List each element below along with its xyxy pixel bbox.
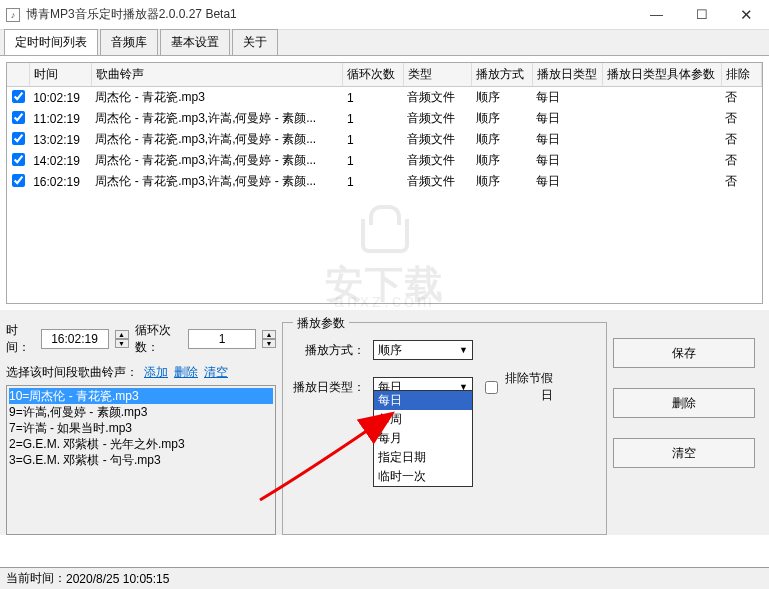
cell-exclude: 否 <box>721 150 761 171</box>
schedule-table[interactable]: 时间 歌曲铃声 循环次数 类型 播放方式 播放日类型 播放日类型具体参数 排除 … <box>7 63 762 192</box>
cell-daytype: 每日 <box>532 171 602 192</box>
list-item[interactable]: 9=许嵩,何曼婷 - 素颜.mp3 <box>9 404 273 420</box>
status-time: 2020/8/25 10:05:15 <box>66 572 169 586</box>
cell-time: 16:02:19 <box>29 171 91 192</box>
loop-label: 循环次数： <box>135 322 183 356</box>
row-check[interactable] <box>12 111 25 124</box>
table-pane: 时间 歌曲铃声 循环次数 类型 播放方式 播放日类型 播放日类型具体参数 排除 … <box>6 62 763 304</box>
cell-playmode: 顺序 <box>472 87 532 109</box>
cell-exclude: 否 <box>721 87 761 109</box>
row-check[interactable] <box>12 174 25 187</box>
add-song-link[interactable]: 添加 <box>144 364 168 381</box>
cell-exclude: 否 <box>721 171 761 192</box>
params-group-title: 播放参数 <box>293 315 349 332</box>
time-spinner[interactable]: ▲▼ <box>115 330 129 348</box>
cell-dayparam <box>603 87 722 109</box>
remove-song-link[interactable]: 删除 <box>174 364 198 381</box>
cell-time: 14:02:19 <box>29 150 91 171</box>
cell-exclude: 否 <box>721 108 761 129</box>
cell-dayparam <box>603 150 722 171</box>
th-playmode[interactable]: 播放方式 <box>472 63 532 87</box>
maximize-button[interactable]: ☐ <box>679 1 724 29</box>
clear-button[interactable]: 清空 <box>613 438 755 468</box>
play-params-group: 播放参数 播放方式： 顺序 ▼ 播放日类型： 每日 ▼ 排除节假日 每日每周每月… <box>282 322 607 535</box>
cell-playmode: 顺序 <box>472 129 532 150</box>
playmode-combo[interactable]: 顺序 ▼ <box>373 340 473 360</box>
dropdown-option[interactable]: 临时一次 <box>374 467 472 486</box>
daytype-dropdown[interactable]: 每日每周每月指定日期临时一次 <box>373 390 473 487</box>
table-row[interactable]: 13:02:19 周杰伦 - 青花瓷.mp3,许嵩,何曼婷 - 素颜... 1 … <box>7 129 762 150</box>
list-item[interactable]: 7=许嵩 - 如果当时.mp3 <box>9 420 273 436</box>
tabs-row: 定时时间列表 音频库 基本设置 关于 <box>0 30 769 56</box>
song-list[interactable]: 10=周杰伦 - 青花瓷.mp39=许嵩,何曼婷 - 素颜.mp37=许嵩 - … <box>6 385 276 535</box>
cell-dayparam <box>603 108 722 129</box>
cell-type: 音频文件 <box>403 171 471 192</box>
th-daytype[interactable]: 播放日类型 <box>532 63 602 87</box>
cell-playmode: 顺序 <box>472 108 532 129</box>
list-item[interactable]: 2=G.E.M. 邓紫棋 - 光年之外.mp3 <box>9 436 273 452</box>
cell-loop: 1 <box>343 129 403 150</box>
list-item[interactable]: 10=周杰伦 - 青花瓷.mp3 <box>9 388 273 404</box>
dropdown-option[interactable]: 指定日期 <box>374 448 472 467</box>
cell-loop: 1 <box>343 87 403 109</box>
loop-input[interactable] <box>188 329 256 349</box>
cell-songs: 周杰伦 - 青花瓷.mp3 <box>91 87 343 109</box>
titlebar: ♪ 博青MP3音乐定时播放器2.0.0.27 Beta1 — ☐ ✕ <box>0 0 769 30</box>
cell-songs: 周杰伦 - 青花瓷.mp3,许嵩,何曼婷 - 素颜... <box>91 129 343 150</box>
loop-spinner[interactable]: ▲▼ <box>262 330 276 348</box>
clear-song-link[interactable]: 清空 <box>204 364 228 381</box>
cell-time: 10:02:19 <box>29 87 91 109</box>
time-label: 时间： <box>6 322 35 356</box>
cell-time: 13:02:19 <box>29 129 91 150</box>
exclude-holiday-checkbox[interactable]: 排除节假日 <box>481 370 553 404</box>
tab-audiolib[interactable]: 音频库 <box>100 29 158 55</box>
table-row[interactable]: 10:02:19 周杰伦 - 青花瓷.mp3 1 音频文件 顺序 每日 否 <box>7 87 762 109</box>
app-icon: ♪ <box>6 8 20 22</box>
th-check[interactable] <box>7 63 29 87</box>
cell-loop: 1 <box>343 171 403 192</box>
list-item[interactable]: 3=G.E.M. 邓紫棋 - 句号.mp3 <box>9 452 273 468</box>
song-select-label: 选择该时间段歌曲铃声： <box>6 364 138 381</box>
th-time[interactable]: 时间 <box>29 63 91 87</box>
close-button[interactable]: ✕ <box>724 1 769 29</box>
minimize-button[interactable]: — <box>634 1 679 29</box>
cell-time: 11:02:19 <box>29 108 91 129</box>
row-check[interactable] <box>12 132 25 145</box>
dropdown-option[interactable]: 每周 <box>374 410 472 429</box>
table-row[interactable]: 11:02:19 周杰伦 - 青花瓷.mp3,许嵩,何曼婷 - 素颜... 1 … <box>7 108 762 129</box>
cell-dayparam <box>603 171 722 192</box>
statusbar: 当前时间： 2020/8/25 10:05:15 <box>0 567 769 589</box>
delete-button[interactable]: 删除 <box>613 388 755 418</box>
cell-type: 音频文件 <box>403 129 471 150</box>
cell-exclude: 否 <box>721 129 761 150</box>
th-type[interactable]: 类型 <box>403 63 471 87</box>
time-input[interactable] <box>41 329 109 349</box>
table-row[interactable]: 14:02:19 周杰伦 - 青花瓷.mp3,许嵩,何曼婷 - 素颜... 1 … <box>7 150 762 171</box>
window-title: 博青MP3音乐定时播放器2.0.0.27 Beta1 <box>26 6 634 23</box>
table-row[interactable]: 16:02:19 周杰伦 - 青花瓷.mp3,许嵩,何曼婷 - 素颜... 1 … <box>7 171 762 192</box>
cell-playmode: 顺序 <box>472 150 532 171</box>
th-songs[interactable]: 歌曲铃声 <box>91 63 343 87</box>
cell-songs: 周杰伦 - 青花瓷.mp3,许嵩,何曼婷 - 素颜... <box>91 108 343 129</box>
lower-left-panel: 时间： ▲▼ 循环次数： ▲▼ 选择该时间段歌曲铃声： 添加 删除 清空 10=… <box>6 318 276 535</box>
tab-about[interactable]: 关于 <box>232 29 278 55</box>
cell-daytype: 每日 <box>532 108 602 129</box>
dropdown-option[interactable]: 每月 <box>374 429 472 448</box>
row-check[interactable] <box>12 153 25 166</box>
status-label: 当前时间： <box>6 570 66 587</box>
tab-settings[interactable]: 基本设置 <box>160 29 230 55</box>
cell-playmode: 顺序 <box>472 171 532 192</box>
cell-type: 音频文件 <box>403 108 471 129</box>
th-loop[interactable]: 循环次数 <box>343 63 403 87</box>
cell-daytype: 每日 <box>532 150 602 171</box>
th-dayparam[interactable]: 播放日类型具体参数 <box>603 63 722 87</box>
dropdown-option[interactable]: 每日 <box>374 391 472 410</box>
cell-loop: 1 <box>343 150 403 171</box>
cell-loop: 1 <box>343 108 403 129</box>
row-check[interactable] <box>12 90 25 103</box>
cell-type: 音频文件 <box>403 150 471 171</box>
daytype-label: 播放日类型： <box>293 379 365 396</box>
save-button[interactable]: 保存 <box>613 338 755 368</box>
tab-timelist[interactable]: 定时时间列表 <box>4 29 98 55</box>
th-exclude[interactable]: 排除 <box>721 63 761 87</box>
